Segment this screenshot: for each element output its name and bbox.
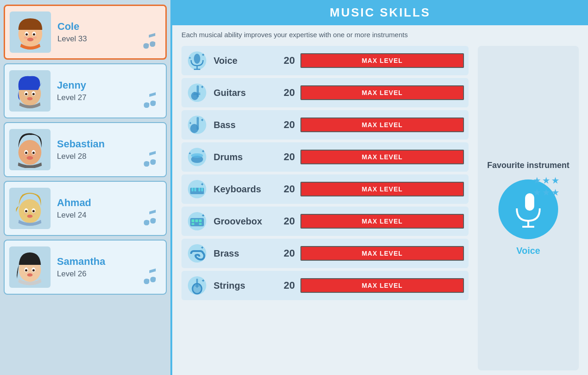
svg-text:✦: ✦ <box>201 213 205 218</box>
skill-bar-strings: MAX LEVEL <box>300 278 464 293</box>
skill-bar-fill-strings: MAX LEVEL <box>301 279 463 292</box>
skill-bar-drums: MAX LEVEL <box>300 150 464 164</box>
star-6: ★ <box>551 187 560 198</box>
skill-bar-voice: MAX LEVEL <box>300 53 464 68</box>
svg-point-17 <box>25 152 28 154</box>
favourite-icon-circle: ★ ★ ★ ★ ★ ★ <box>498 179 558 239</box>
skill-row-brass: ✦ Brass 20 MAX LEVEL <box>181 239 469 268</box>
char-info-jenny: Jenny Level 27 <box>57 79 86 102</box>
svg-text:✦: ✦ <box>200 84 204 90</box>
skill-icon-bass: ✦ ✦ <box>186 114 208 136</box>
skill-row-keyboards: ✦ Keyboards 20 MAX LEVEL <box>181 174 469 204</box>
skill-bar-fill-keyboards: MAX LEVEL <box>301 183 463 196</box>
max-level-label-groovebox: MAX LEVEL <box>362 218 402 225</box>
character-card-cole[interactable]: Cole Level 33 <box>4 5 167 60</box>
skill-level-groovebox: 20 <box>279 215 295 227</box>
main-panel: MUSIC SKILLS Each musical ability improv… <box>172 0 588 375</box>
favourite-panel: Favourite instrument ★ ★ ★ ★ ★ ★ <box>478 46 579 370</box>
skill-row-guitars: ✦ Guitars 20 MAX LEVEL <box>181 78 469 107</box>
skill-level-bass: 20 <box>279 119 295 131</box>
character-sidebar: Cole Level 33 <box>0 0 172 375</box>
skill-name-groovebox: Groovebox <box>214 216 273 227</box>
char-name-samantha: Samantha <box>57 256 105 268</box>
char-level-sebastian: Level 28 <box>57 152 105 161</box>
skill-bar-groovebox: MAX LEVEL <box>300 214 464 229</box>
svg-point-7 <box>33 37 37 39</box>
skill-row-groovebox: ✦ Groovebox 20 MAX LEVEL <box>181 207 469 236</box>
star-2: ★ <box>542 175 550 186</box>
svg-point-22 <box>19 199 41 223</box>
page-title: MUSIC SKILLS <box>181 6 579 20</box>
svg-rect-78 <box>196 279 198 288</box>
favourite-name: Voice <box>516 246 540 256</box>
svg-point-35 <box>27 274 33 277</box>
skill-bar-keyboards: MAX LEVEL <box>300 182 464 196</box>
skill-row-voice: ✦ ✦ Voice 20 MAX LEVEL <box>181 46 469 75</box>
skill-icon-groovebox: ✦ <box>186 210 208 232</box>
skill-bar-fill-bass: MAX LEVEL <box>301 118 463 131</box>
card-music-icon-sebastian <box>141 149 161 173</box>
card-music-icon-ahmad <box>141 208 161 231</box>
skill-bar-bass: MAX LEVEL <box>300 118 464 132</box>
max-level-label-strings: MAX LEVEL <box>362 282 402 289</box>
character-card-ahmad[interactable]: Ahmad Level 24 <box>4 181 167 236</box>
svg-rect-60 <box>192 188 193 191</box>
char-name-cole: Cole <box>57 21 87 33</box>
svg-point-3 <box>26 34 28 36</box>
char-level-cole: Level 33 <box>57 34 87 44</box>
skill-bar-fill-guitars: MAX LEVEL <box>301 86 463 99</box>
svg-rect-69 <box>199 219 202 222</box>
skill-icon-brass: ✦ <box>186 242 208 264</box>
avatar-jenny <box>9 70 51 112</box>
svg-point-5 <box>27 38 34 41</box>
svg-rect-68 <box>195 219 198 222</box>
skill-level-brass: 20 <box>279 247 295 259</box>
skill-level-voice: 20 <box>279 55 295 67</box>
svg-rect-62 <box>198 188 200 191</box>
svg-point-14 <box>18 140 41 165</box>
skill-bar-fill-drums: MAX LEVEL <box>301 151 463 163</box>
svg-rect-67 <box>192 219 194 222</box>
avatar-ahmad <box>9 188 51 229</box>
character-card-samantha[interactable]: Samantha Level 26 <box>4 240 167 295</box>
svg-text:✦: ✦ <box>201 52 205 57</box>
svg-rect-61 <box>194 188 196 191</box>
star-5: ★ <box>542 187 550 198</box>
skill-bar-fill-voice: MAX LEVEL <box>301 54 463 67</box>
svg-rect-50 <box>197 117 199 130</box>
svg-point-55 <box>191 153 203 158</box>
max-level-label-guitars: MAX LEVEL <box>362 89 402 96</box>
char-name-ahmad: Ahmad <box>57 197 91 209</box>
svg-point-19 <box>27 156 33 160</box>
avatar-samantha <box>9 246 51 288</box>
skill-name-voice: Voice <box>214 56 273 66</box>
char-level-samantha: Level 26 <box>57 269 105 279</box>
max-level-label-drums: MAX LEVEL <box>362 153 402 161</box>
card-music-icon-cole <box>141 31 161 55</box>
skill-name-guitars: Guitars <box>214 88 273 98</box>
svg-point-27 <box>27 215 33 218</box>
svg-point-6 <box>24 37 28 39</box>
avatar-sebastian <box>9 129 51 170</box>
character-card-jenny[interactable]: Jenny Level 27 <box>4 63 167 118</box>
content-area: ✦ ✦ Voice 20 MAX LEVEL ✦ Guitars 20 <box>172 41 588 375</box>
char-info-ahmad: Ahmad Level 24 <box>57 197 91 220</box>
card-music-icon-samantha <box>141 267 161 290</box>
skill-level-strings: 20 <box>279 280 295 291</box>
svg-point-20 <box>23 155 27 157</box>
skill-bar-fill-groovebox: MAX LEVEL <box>301 215 463 228</box>
character-card-sebastian[interactable]: Sebastian Level 28 <box>4 122 167 177</box>
svg-text:✦: ✦ <box>189 121 192 125</box>
skill-name-drums: Drums <box>214 152 273 162</box>
skill-bar-guitars: MAX LEVEL <box>300 85 464 100</box>
skill-name-keyboards: Keyboards <box>214 184 273 195</box>
skill-bar-fill-brass: MAX LEVEL <box>301 247 463 260</box>
svg-point-21 <box>33 155 36 157</box>
svg-text:✦: ✦ <box>201 278 205 283</box>
skills-list: ✦ ✦ Voice 20 MAX LEVEL ✦ Guitars 20 <box>181 46 469 370</box>
svg-point-25 <box>25 210 28 213</box>
svg-rect-71 <box>199 223 202 225</box>
skill-icon-voice: ✦ ✦ <box>186 50 208 72</box>
char-name-jenny: Jenny <box>57 79 86 91</box>
avatar-cole <box>10 11 51 53</box>
